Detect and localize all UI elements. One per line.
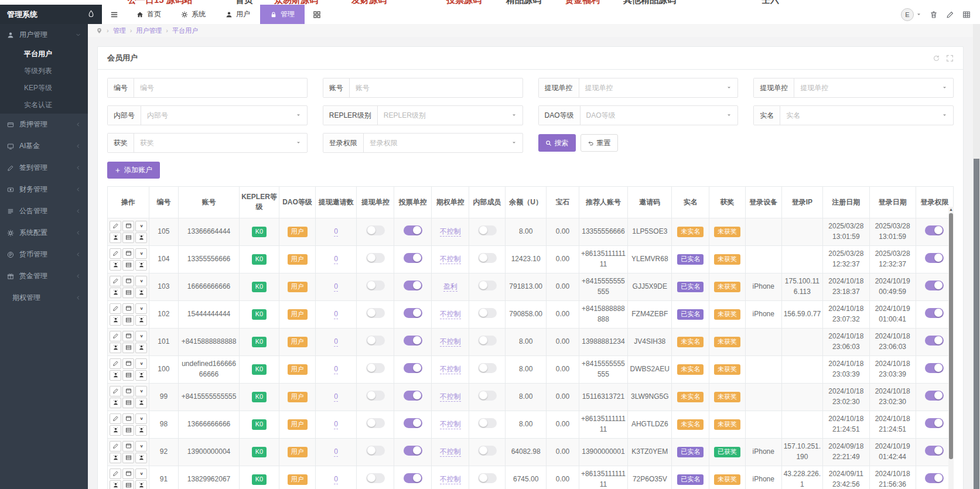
internal-member-toggle[interactable]	[478, 225, 497, 235]
nav-item-管理[interactable]: 管理	[260, 5, 305, 24]
option-control-link[interactable]: 不控制	[440, 310, 461, 319]
edit-action-button[interactable]	[110, 303, 121, 314]
internal-member-toggle[interactable]	[478, 363, 497, 373]
withdraw-control-toggle[interactable]	[366, 225, 385, 235]
sidebar-item-货币管理[interactable]: 货币管理	[0, 244, 88, 265]
sidebar-toggle-button[interactable]	[102, 5, 127, 24]
team-action-button[interactable]	[135, 232, 147, 243]
option-control-link[interactable]: 不控制	[440, 420, 461, 429]
vote-control-toggle[interactable]	[404, 281, 422, 290]
billing-action-button[interactable]	[122, 453, 134, 463]
internal-member-toggle[interactable]	[478, 253, 497, 263]
withdraw-invites-link[interactable]: 0	[334, 255, 338, 264]
vote-control-toggle[interactable]	[404, 363, 422, 373]
filter-提现单控-select[interactable]: 提现单控	[579, 78, 738, 97]
search-button[interactable]: 搜索	[538, 134, 576, 152]
withdraw-control-toggle[interactable]	[366, 253, 385, 263]
vote-control-toggle[interactable]	[404, 336, 422, 346]
sidebar-item-质押管理[interactable]: 质押管理	[0, 114, 88, 135]
team-action-button[interactable]	[135, 425, 147, 436]
breadcrumb-item-用户管理[interactable]: 用户管理	[136, 26, 162, 35]
internal-member-toggle[interactable]	[478, 281, 497, 290]
option-control-link[interactable]: 不控制	[440, 337, 461, 347]
team-action-button[interactable]	[135, 288, 147, 298]
team-action-button[interactable]	[110, 425, 121, 436]
withdraw-control-toggle[interactable]	[366, 363, 385, 373]
team-action-button[interactable]	[135, 260, 147, 271]
scroll-up-arrow[interactable]: ▲	[948, 207, 954, 211]
option-control-link[interactable]: 不控制	[440, 365, 461, 374]
sidebar-item-期权管理[interactable]: 期权管理	[0, 287, 88, 309]
v-action-button[interactable]: v	[135, 248, 147, 259]
billing-action-button[interactable]	[122, 288, 134, 298]
filter-编号-input[interactable]	[134, 78, 307, 97]
team-action-button[interactable]	[110, 232, 121, 243]
v-action-button[interactable]: v	[135, 441, 147, 452]
withdraw-control-toggle[interactable]	[366, 308, 385, 318]
filter-账号-input[interactable]	[350, 78, 523, 97]
sidebar-item-AI基金[interactable]: AI基金	[0, 135, 88, 157]
add-account-button[interactable]: 添加账户	[107, 162, 160, 179]
window-action-button[interactable]	[122, 276, 134, 286]
v-action-button[interactable]: v	[135, 276, 147, 286]
internal-member-toggle[interactable]	[478, 308, 497, 318]
team-action-button[interactable]	[110, 315, 121, 326]
filter-登录权限-select[interactable]: 登录权限	[364, 134, 523, 152]
edit-action-button[interactable]	[110, 413, 121, 424]
withdraw-invites-link[interactable]: 0	[334, 365, 338, 374]
page-scrollbar[interactable]	[973, 24, 980, 489]
edit-action-button[interactable]	[110, 331, 121, 341]
billing-action-button[interactable]	[122, 232, 134, 243]
withdraw-invites-link[interactable]: 0	[334, 337, 338, 347]
window-action-button[interactable]	[122, 221, 134, 231]
page-scrollbar-thumb[interactable]	[974, 159, 979, 489]
window-action-button[interactable]	[122, 358, 134, 369]
window-action-button[interactable]	[122, 469, 134, 479]
sidebar-item-签到管理[interactable]: 签到管理	[0, 157, 88, 179]
filter-实名-select[interactable]: 实名	[780, 106, 953, 125]
filter-DAO等级-select[interactable]: DAO等级	[581, 106, 738, 125]
v-action-button[interactable]: v	[135, 413, 147, 424]
withdraw-invites-link[interactable]: 0	[334, 475, 338, 484]
team-action-button[interactable]	[135, 315, 147, 326]
columns-button[interactable]	[962, 11, 971, 19]
v-action-button[interactable]: v	[135, 303, 147, 314]
v-action-button[interactable]: v	[135, 331, 147, 341]
nav-item-首页[interactable]: 首页	[127, 5, 171, 24]
expand-button[interactable]	[946, 54, 954, 62]
login-permission-toggle[interactable]	[925, 363, 944, 373]
v-action-button[interactable]: v	[135, 358, 147, 369]
login-permission-toggle[interactable]	[925, 446, 944, 456]
withdraw-invites-link[interactable]: 0	[334, 282, 338, 292]
billing-action-button[interactable]	[122, 370, 134, 381]
billing-action-button[interactable]	[122, 315, 134, 326]
login-permission-toggle[interactable]	[925, 391, 944, 401]
team-action-button[interactable]	[110, 288, 121, 298]
withdraw-control-toggle[interactable]	[366, 446, 385, 456]
withdraw-control-toggle[interactable]	[366, 391, 385, 401]
login-permission-toggle[interactable]	[925, 418, 944, 428]
sidebar-subitem-实名认证[interactable]: 实名认证	[0, 97, 88, 114]
reset-button[interactable]: 重置	[581, 134, 618, 152]
team-action-button[interactable]	[135, 343, 147, 353]
v-action-button[interactable]: v	[135, 221, 147, 231]
team-action-button[interactable]	[110, 370, 121, 381]
window-action-button[interactable]	[122, 386, 134, 396]
sidebar-subitem-KEP等级[interactable]: KEP等级	[0, 80, 88, 97]
edit-action-button[interactable]	[110, 248, 121, 259]
sidebar-item-系统配置[interactable]: 系统配置	[0, 222, 88, 244]
vote-control-toggle[interactable]	[404, 418, 422, 428]
edit-action-button[interactable]	[110, 469, 121, 479]
trash-button[interactable]	[930, 11, 938, 19]
team-action-button[interactable]	[110, 480, 121, 489]
vote-control-toggle[interactable]	[404, 391, 422, 401]
option-control-link[interactable]: 盈利	[443, 282, 457, 292]
table-scrollbar-thumb[interactable]	[949, 213, 953, 459]
sidebar-subitem-平台用户[interactable]: 平台用户	[0, 46, 88, 63]
login-permission-toggle[interactable]	[925, 308, 944, 318]
apps-grid-button[interactable]	[305, 5, 329, 24]
edit-action-button[interactable]	[110, 358, 121, 369]
withdraw-invites-link[interactable]: 0	[334, 420, 338, 429]
team-action-button[interactable]	[135, 453, 147, 463]
team-action-button[interactable]	[110, 398, 121, 408]
